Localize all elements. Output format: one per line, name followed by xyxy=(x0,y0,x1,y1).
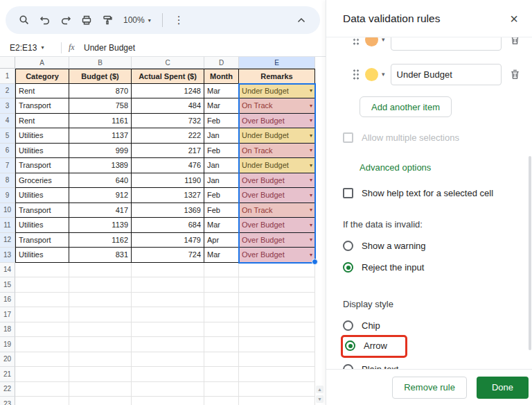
close-icon[interactable]: × xyxy=(506,10,522,27)
add-another-item-button[interactable]: Add another item xyxy=(360,96,452,117)
row-number[interactable]: 7 xyxy=(0,158,15,173)
radio-plain-text[interactable]: Plain text xyxy=(343,364,522,369)
row-number[interactable]: 18 xyxy=(0,322,15,338)
cell[interactable]: 758 xyxy=(69,98,132,114)
sheet-scrollbar[interactable]: ▲ ▼ xyxy=(316,386,323,403)
empty-cell[interactable] xyxy=(132,307,204,322)
cell-remark[interactable]: Under Budget▾ xyxy=(239,158,315,173)
empty-cell[interactable] xyxy=(239,263,315,278)
cell[interactable]: 1162 xyxy=(69,233,132,248)
cell[interactable]: 217 xyxy=(132,144,204,159)
undo-icon[interactable] xyxy=(35,10,55,31)
cell[interactable]: 1248 xyxy=(132,84,204,99)
cell[interactable]: Mar xyxy=(204,84,239,99)
cell[interactable]: Feb xyxy=(204,203,239,218)
cell[interactable]: Groceries xyxy=(15,173,69,189)
row-number[interactable]: 4 xyxy=(0,114,15,129)
cell-remark[interactable]: On Track▾ xyxy=(239,144,315,159)
cell-remark[interactable]: Over Budget▾ xyxy=(239,114,315,129)
cell[interactable]: Transport xyxy=(15,203,69,218)
item-value-input[interactable] xyxy=(391,64,502,85)
cell-remark[interactable]: Over Budget▾ xyxy=(239,188,315,203)
radio-icon[interactable] xyxy=(343,364,353,369)
row-number[interactable]: 10 xyxy=(0,203,15,218)
cell[interactable]: Utilities xyxy=(15,144,69,159)
color-swatch-orange[interactable] xyxy=(365,37,378,46)
empty-cell[interactable] xyxy=(15,277,69,293)
print-icon[interactable] xyxy=(76,10,97,31)
checkbox-icon[interactable] xyxy=(343,188,353,198)
help-text-checkbox[interactable]: Show help text for a selected cell xyxy=(343,188,522,198)
empty-cell[interactable] xyxy=(69,397,132,405)
dropdown-caret-icon[interactable]: ▾ xyxy=(310,147,312,153)
cell-remark[interactable]: Over Budget▾ xyxy=(239,218,315,233)
empty-cell[interactable] xyxy=(69,382,132,397)
empty-cell[interactable] xyxy=(239,293,315,308)
empty-cell[interactable] xyxy=(132,352,204,368)
done-button[interactable]: Done xyxy=(477,377,529,399)
header-cell[interactable]: Category xyxy=(15,69,69,84)
dropdown-caret-icon[interactable]: ▾ xyxy=(310,222,312,228)
row-number[interactable]: 5 xyxy=(0,128,15,144)
empty-cell[interactable] xyxy=(15,263,69,278)
row-number[interactable]: 19 xyxy=(0,337,15,352)
cell[interactable]: Utilities xyxy=(15,248,69,263)
dropdown-caret-icon[interactable]: ▾ xyxy=(310,177,312,183)
empty-cell[interactable] xyxy=(204,337,239,352)
empty-cell[interactable] xyxy=(15,352,69,368)
cell[interactable]: Transport xyxy=(15,158,69,173)
row-number[interactable]: 9 xyxy=(0,188,15,203)
empty-cell[interactable] xyxy=(15,367,69,382)
cell[interactable]: 724 xyxy=(132,248,204,263)
empty-cell[interactable] xyxy=(204,367,239,382)
dropdown-caret-icon[interactable]: ▾ xyxy=(310,117,312,123)
cell-remark[interactable]: Over Budget▾ xyxy=(239,248,315,263)
empty-cell[interactable] xyxy=(204,322,239,338)
radio-icon[interactable] xyxy=(343,320,353,331)
empty-cell[interactable] xyxy=(204,352,239,368)
cell[interactable]: Rent xyxy=(15,84,69,99)
dropdown-caret-icon[interactable]: ▾ xyxy=(310,252,312,258)
cell[interactable]: 1190 xyxy=(132,173,204,189)
empty-cell[interactable] xyxy=(239,277,315,293)
cell[interactable]: 640 xyxy=(69,173,132,189)
column-header-E[interactable]: E xyxy=(239,57,315,69)
row-number[interactable]: 13 xyxy=(0,248,15,263)
cell[interactable]: 1479 xyxy=(132,233,204,248)
cell[interactable]: Transport xyxy=(15,233,69,248)
dropdown-caret-icon[interactable]: ▾ xyxy=(310,132,312,139)
scroll-up-icon[interactable]: ▲ xyxy=(316,386,323,393)
radio-selected-icon[interactable] xyxy=(343,262,353,273)
row-number[interactable]: 16 xyxy=(0,293,15,308)
empty-cell[interactable] xyxy=(204,277,239,293)
chevron-down-icon[interactable]: ▾ xyxy=(382,71,385,78)
zoom-control[interactable]: 100% ▾ xyxy=(118,15,157,25)
more-options-icon[interactable]: ⋮ xyxy=(168,14,190,26)
dropdown-caret-icon[interactable]: ▾ xyxy=(310,236,312,243)
empty-cell[interactable] xyxy=(239,322,315,338)
row-number[interactable]: 23 xyxy=(0,397,15,405)
radio-chip[interactable]: Chip xyxy=(343,320,522,331)
panel-scrollbar[interactable] xyxy=(529,156,531,350)
search-icon[interactable] xyxy=(14,10,35,31)
cell[interactable]: Transport xyxy=(15,98,69,114)
cell[interactable]: 912 xyxy=(69,188,132,203)
empty-cell[interactable] xyxy=(204,263,239,278)
row-number[interactable]: 21 xyxy=(0,367,15,382)
paint-format-icon[interactable] xyxy=(97,10,118,31)
empty-cell[interactable] xyxy=(69,307,132,322)
empty-cell[interactable] xyxy=(69,293,132,308)
cell[interactable]: 870 xyxy=(69,84,132,99)
empty-cell[interactable] xyxy=(239,337,315,352)
empty-cell[interactable] xyxy=(69,277,132,293)
row-number[interactable]: 20 xyxy=(0,352,15,368)
cell[interactable]: Jan xyxy=(204,128,239,144)
select-all-corner[interactable] xyxy=(0,57,15,69)
row-number[interactable]: 11 xyxy=(0,218,15,233)
empty-cell[interactable] xyxy=(239,397,315,405)
empty-cell[interactable] xyxy=(15,307,69,322)
empty-cell[interactable] xyxy=(15,337,69,352)
cell[interactable]: 1327 xyxy=(132,188,204,203)
empty-cell[interactable] xyxy=(239,307,315,322)
empty-cell[interactable] xyxy=(204,397,239,405)
